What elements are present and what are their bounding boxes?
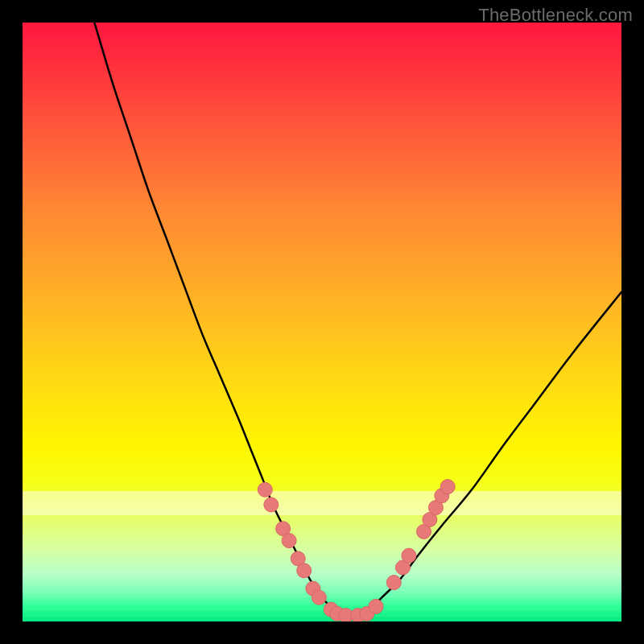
source-attribution: TheBottleneck.com [478, 5, 633, 26]
bottleneck-curve [94, 23, 621, 617]
curve-marker [402, 548, 416, 563]
curve-marker [282, 534, 296, 548]
curve-marker [297, 564, 312, 578]
plot-area [23, 23, 621, 621]
curve-marker [440, 480, 455, 494]
chart-frame: TheBottleneck.com [0, 0, 644, 644]
curve-marker [386, 576, 401, 590]
curve-marker [258, 482, 272, 497]
curve-markers [258, 480, 455, 621]
bottleneck-curve-svg [23, 23, 621, 621]
curve-marker [312, 590, 326, 605]
curve-marker [264, 497, 279, 512]
curve-marker [369, 599, 383, 613]
